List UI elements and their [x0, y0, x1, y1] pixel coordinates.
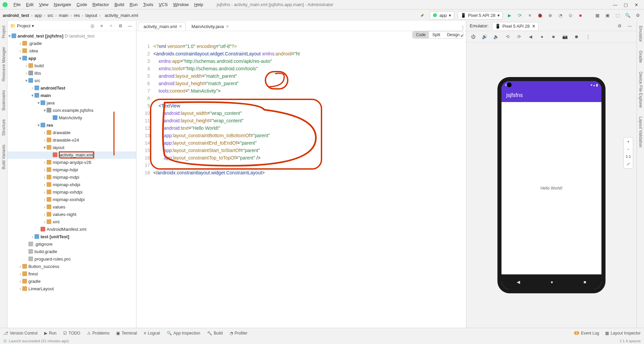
debug-icon[interactable]: 🐞 [537, 12, 543, 19]
select-opened-file-icon[interactable]: ◎ [89, 23, 96, 29]
code-line[interactable]: android:layout_width="match_parent" [153, 72, 466, 80]
tree-item-com-example-jsjfsfns[interactable]: ▾com.example.jsjfsfns [7, 107, 136, 114]
close-icon[interactable]: ✕ [179, 24, 182, 29]
tree-item-build-gradle[interactable]: build.gradle [7, 248, 136, 255]
tree-arrow-icon[interactable]: ▾ [24, 77, 28, 84]
more-tabs-icon[interactable]: ⋮ [459, 24, 466, 31]
tree-arrow-icon[interactable]: › [18, 286, 22, 292]
tree-item-button-success[interactable]: ›Button_success [7, 263, 136, 270]
collapse-all-icon[interactable]: ÷ [108, 23, 114, 29]
menu-build[interactable]: Build [112, 1, 126, 8]
layout-inspector-button[interactable]: ▦ Layout Inspector [605, 331, 641, 336]
menu-tools[interactable]: Tools [141, 1, 155, 8]
menu-vcs[interactable]: VCS [157, 1, 170, 8]
code-line[interactable]: <?xml version="1.0" encoding="utf-8"?> [153, 43, 466, 50]
tree-item-androidmanifest-xml[interactable]: AndroidManifest.xml [7, 226, 136, 233]
gear-icon[interactable]: ⚙ [635, 12, 641, 19]
code-line[interactable]: tools:context=".MainActivity"> [153, 87, 466, 95]
bottom-run[interactable]: ▶Run [44, 331, 56, 336]
left-tab-structure[interactable]: Structure [1, 117, 6, 138]
tree-item-mipmap-anydpi-v26[interactable]: ›mipmap-anydpi-v26 [7, 159, 136, 166]
tree-item-mipmap-xxxhdpi[interactable]: ›mipmap-xxxhdpi [7, 196, 136, 203]
tree-arrow-icon[interactable]: ▾ [30, 92, 34, 99]
tree-item-values-night[interactable]: ›values-night [7, 211, 136, 218]
breadcrumb[interactable]: android_test›app›src›main›res›layout›act… [3, 13, 138, 18]
code-line[interactable]: </androidx.constraintlayout.widget.Const… [153, 169, 466, 176]
search-icon[interactable]: 🔍 [624, 12, 631, 19]
tree-arrow-icon[interactable]: › [30, 234, 34, 240]
code-line[interactable]: app:layout_constraintStart_toStartOf="pa… [153, 147, 466, 154]
emulated-device[interactable]: 4:01 ▾ ▴ ▮ jsjfsfns Hello World! ◀ ● ■ [497, 77, 606, 293]
tree-arrow-icon[interactable]: ▾ [43, 144, 47, 151]
tree-item-java[interactable]: ▾java [7, 99, 136, 107]
back-icon[interactable]: ◀ [527, 33, 534, 40]
gear-icon[interactable]: ⚙ [616, 23, 623, 29]
tree-arrow-icon[interactable]: › [30, 85, 34, 92]
rotate-left-icon[interactable]: ⟲ [504, 33, 511, 40]
tree-arrow-icon[interactable]: ▾ [43, 107, 47, 114]
tree-item--gradle[interactable]: ›.gradle [7, 40, 136, 47]
device-selector[interactable]: 📱 Pixel 5 API 28 ▾ [458, 11, 503, 20]
rotate-right-icon[interactable]: ⟳ [516, 33, 522, 40]
nav-home-icon[interactable]: ● [550, 279, 553, 285]
menu-help[interactable]: Help [192, 1, 205, 8]
tree-arrow-icon[interactable]: ▾ [18, 55, 22, 62]
tree-arrow-icon[interactable]: › [18, 40, 22, 47]
tree-item-src[interactable]: ▾src [7, 77, 136, 84]
tree-arrow-icon[interactable]: › [24, 70, 28, 77]
power-icon[interactable]: ⏻ [470, 33, 476, 40]
tree-item-layout[interactable]: ▾layout [7, 144, 136, 151]
breadcrumb-item[interactable]: app [34, 13, 42, 18]
tree-item-mipmap-xhdpi[interactable]: ›mipmap-xhdpi [7, 181, 136, 189]
home-icon[interactable]: ● [539, 33, 545, 40]
code-line[interactable]: app:layout_constraintTop_toTopOf="parent… [153, 154, 466, 162]
code-line[interactable]: app:layout_constraintEnd_toEndOf="parent… [153, 139, 466, 147]
tree-item-xml[interactable]: ›xml [7, 218, 136, 226]
sdk-manager-icon[interactable]: ▣ [604, 12, 611, 19]
tree-arrow-icon[interactable]: › [43, 204, 47, 211]
code-line[interactable]: android:layout_height="wrap_content" [153, 117, 466, 124]
tree-arrow-icon[interactable]: › [24, 63, 28, 69]
code-line[interactable] [153, 162, 466, 169]
tree-arrow-icon[interactable]: › [43, 196, 47, 203]
tree-arrow-icon[interactable]: ▾ [36, 100, 41, 106]
zoom-controls[interactable]: +−1:1⤢ [623, 137, 633, 169]
zoom-−[interactable]: − [626, 147, 631, 151]
volume-up-icon[interactable]: 🔊 [481, 33, 488, 40]
bottom-version-control[interactable]: ⎇Version Control [3, 331, 37, 336]
overview-icon[interactable]: ■ [550, 33, 557, 40]
bottom-problems[interactable]: ⚠Problems [87, 331, 110, 336]
project-view-selector[interactable]: 📁 Project ▾ [10, 23, 34, 28]
right-tab-emulator[interactable]: Emulator [638, 24, 643, 44]
event-log-button[interactable]: 1 Event Log [574, 331, 599, 336]
menu-navigate[interactable]: Navigate [52, 1, 73, 8]
coverage-icon[interactable]: ⊕ [547, 12, 553, 19]
right-tab-gradle[interactable]: Gradle [638, 49, 643, 65]
breadcrumb-item[interactable]: main [59, 13, 68, 18]
bottom-build[interactable]: 🔨Build [207, 331, 223, 336]
tree-arrow-icon[interactable]: › [18, 278, 22, 285]
view-mode-split[interactable]: Split [429, 31, 443, 38]
tree-arrow-icon[interactable]: › [43, 211, 47, 218]
tree-arrow-icon[interactable]: › [18, 271, 22, 277]
tree-item-mipmap-xxhdpi[interactable]: ›mipmap-xxhdpi [7, 189, 136, 196]
profiler-icon[interactable]: ◔ [557, 12, 564, 19]
code-line[interactable]: android:layout_height="match_parent" [153, 80, 466, 87]
attach-debugger-icon[interactable]: ⊙ [567, 12, 574, 19]
editor-tab-activity_main-xml[interactable]: activity_main.xml✕ [138, 22, 186, 31]
breadcrumb-item[interactable]: activity_main.xml [105, 13, 138, 18]
code-line[interactable] [153, 95, 466, 102]
tree-arrow-icon[interactable]: › [43, 159, 47, 166]
expand-all-icon[interactable]: ≡ [98, 23, 105, 29]
tree-item-firest[interactable]: ›firest [7, 270, 136, 278]
stop-icon[interactable]: ■ [577, 12, 584, 19]
tree-item-app[interactable]: ▾app [7, 55, 136, 62]
menu-run[interactable]: Run [128, 1, 140, 8]
tree-item-mipmap-hdpi[interactable]: ›mipmap-hdpi [7, 166, 136, 174]
bottom-app-inspection[interactable]: 🔍App Inspection [167, 331, 200, 336]
bottom-todo[interactable]: ☑TODO [63, 331, 80, 336]
tree-item-proguard-rules-pro[interactable]: proguard-rules.pro [7, 255, 136, 263]
tree-item-build[interactable]: ›build [7, 62, 136, 70]
hide-icon[interactable]: — [127, 23, 133, 29]
tree-arrow-icon[interactable]: ▾ [36, 122, 41, 129]
